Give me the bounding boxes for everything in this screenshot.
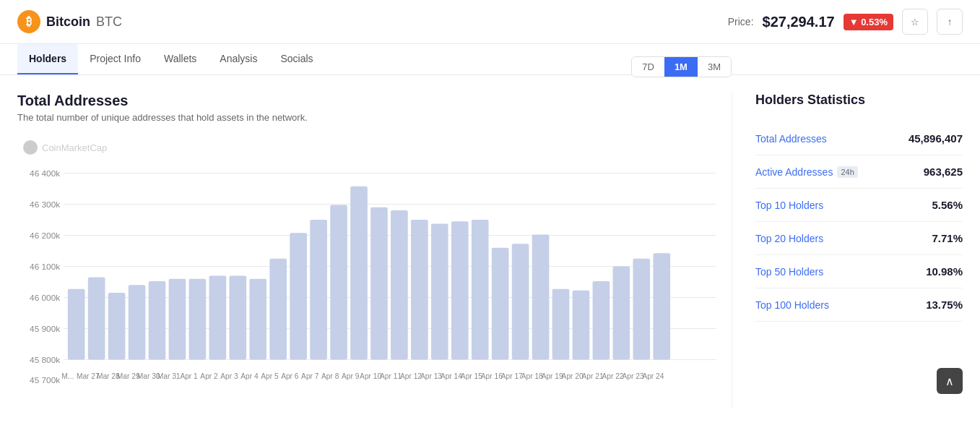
svg-text:Apr 2: Apr 2 [200, 372, 218, 380]
stat-value-total-addresses: 45,896,407 [909, 132, 963, 145]
stat-value-top100: 13.75% [926, 299, 963, 311]
svg-text:Apr 18: Apr 18 [521, 372, 543, 380]
period-7d[interactable]: 7D [632, 57, 664, 77]
svg-text:45 700k: 45 700k [30, 375, 60, 385]
svg-text:Apr 24: Apr 24 [642, 372, 664, 380]
bar-5 [169, 279, 186, 360]
svg-text:Apr 11: Apr 11 [380, 372, 402, 380]
svg-text:Apr 10: Apr 10 [360, 372, 381, 380]
tab-wallets[interactable]: Wallets [152, 44, 208, 74]
bar-3 [129, 285, 146, 359]
bar-18 [431, 223, 448, 359]
chart-title: Total Addresses [17, 93, 308, 109]
svg-text:Apr 12: Apr 12 [400, 372, 422, 380]
chart-wrapper: 46 400k 46 300k 46 200k 46 100k 46 000k … [17, 158, 732, 408]
stat-value-top20: 7.71% [932, 232, 963, 244]
bar-29 [653, 253, 670, 359]
svg-text:Apr 22: Apr 22 [602, 372, 623, 380]
svg-text:Apr 13: Apr 13 [420, 372, 442, 380]
bar-20 [472, 220, 489, 360]
svg-text:45 900k: 45 900k [30, 324, 60, 334]
stat-row-total-addresses: Total Addresses 45,896,407 [755, 122, 963, 155]
watermark-text: CoinMarketCap [42, 142, 107, 153]
svg-text:Apr 8: Apr 8 [321, 372, 339, 380]
tab-project-info[interactable]: Project Info [78, 44, 152, 74]
svg-text:M...: M... [61, 372, 74, 380]
stat-value-active-addresses: 963,625 [924, 166, 963, 178]
svg-text:Apr 21: Apr 21 [582, 372, 604, 380]
bar-16 [391, 210, 408, 359]
bar-11 [290, 233, 307, 359]
svg-text:45 800k: 45 800k [30, 355, 60, 365]
svg-text:46 000k: 46 000k [30, 293, 60, 303]
share-button[interactable]: ↑ [937, 9, 963, 35]
price-label: Price: [728, 16, 754, 27]
bar-9 [249, 279, 266, 360]
svg-text:Apr 23: Apr 23 [622, 372, 643, 380]
bar-24 [552, 289, 570, 360]
stat-value-top10: 5.56% [932, 199, 963, 211]
svg-text:Apr 20: Apr 20 [562, 372, 584, 380]
bar-22 [512, 244, 529, 359]
svg-text:Apr 4: Apr 4 [240, 372, 259, 380]
svg-text:Apr 16: Apr 16 [481, 372, 503, 380]
bar-25 [573, 291, 590, 360]
tab-socials[interactable]: Socials [269, 44, 324, 74]
bar-26 [593, 281, 610, 360]
stats-title: Holders Statistics [755, 93, 963, 108]
svg-text:Apr 7: Apr 7 [301, 372, 319, 380]
stat-label-total-addresses: Total Addresses [755, 133, 827, 145]
svg-text:46 100k: 46 100k [30, 262, 60, 272]
svg-text:Apr 17: Apr 17 [501, 372, 523, 380]
svg-text:46 200k: 46 200k [30, 231, 60, 241]
svg-text:Apr 14: Apr 14 [441, 372, 462, 380]
bar-7 [209, 275, 227, 359]
period-buttons: 7D 1M 3M [631, 56, 732, 77]
stat-row-top20: Top 20 Holders 7.71% [755, 222, 963, 255]
bar-27 [613, 267, 630, 360]
scroll-to-top-button[interactable]: ∧ [937, 368, 963, 394]
star-button[interactable]: ☆ [902, 9, 928, 35]
svg-text:Apr 15: Apr 15 [461, 372, 482, 380]
stat-row-active-addresses: Active Addresses 24h 963,625 [755, 155, 963, 189]
watermark-logo [23, 140, 38, 155]
stat-label-active-addresses: Active Addresses 24h [755, 166, 858, 178]
coin-ticker: BTC [96, 14, 122, 30]
nav-tabs: Holders Project Info Wallets Analysis So… [0, 44, 980, 75]
stat-value-top50: 10.98% [926, 265, 963, 278]
svg-text:Mar 31: Mar 31 [157, 372, 181, 380]
period-1m[interactable]: 1M [664, 57, 698, 77]
watermark: CoinMarketCap [23, 140, 732, 155]
bar-28 [633, 259, 650, 360]
bar-1 [88, 278, 105, 360]
btc-logo: ₿ [17, 10, 40, 33]
coin-name: Bitcoin [46, 14, 90, 30]
bar-17 [411, 220, 428, 360]
bar-2 [108, 293, 126, 359]
svg-text:Apr 6: Apr 6 [281, 372, 299, 380]
bar-6 [189, 279, 207, 360]
bar-23 [532, 234, 550, 359]
bar-13 [330, 205, 347, 360]
bar-0 [68, 289, 85, 360]
bar-8 [229, 275, 246, 359]
stat-row-top100: Top 100 Holders 13.75% [755, 288, 963, 322]
svg-text:Apr 5: Apr 5 [261, 372, 279, 380]
bar-10 [269, 259, 287, 360]
chart-subtitle: The total number of unique addresses tha… [17, 112, 308, 123]
bar-12 [310, 220, 327, 360]
svg-text:Apr 19: Apr 19 [542, 372, 563, 380]
price-value: $27,294.17 [763, 14, 835, 30]
bar-chart: 46 400k 46 300k 46 200k 46 100k 46 000k … [17, 158, 732, 406]
tab-holders[interactable]: Holders [17, 44, 78, 74]
period-3m[interactable]: 3M [698, 57, 731, 77]
bar-14 [350, 187, 368, 360]
header-right: Price: $27,294.17 ▼ 0.53% ☆ ↑ [728, 9, 963, 35]
tab-analysis[interactable]: Analysis [208, 44, 269, 74]
main-content: Total Addresses The total number of uniq… [0, 75, 980, 426]
stat-label-top50: Top 50 Holders [755, 266, 823, 278]
svg-text:Apr 9: Apr 9 [342, 372, 360, 380]
svg-text:Apr 1: Apr 1 [180, 372, 198, 380]
coin-info: ₿ Bitcoin BTC [17, 10, 122, 33]
stat-label-top20: Top 20 Holders [755, 233, 823, 244]
